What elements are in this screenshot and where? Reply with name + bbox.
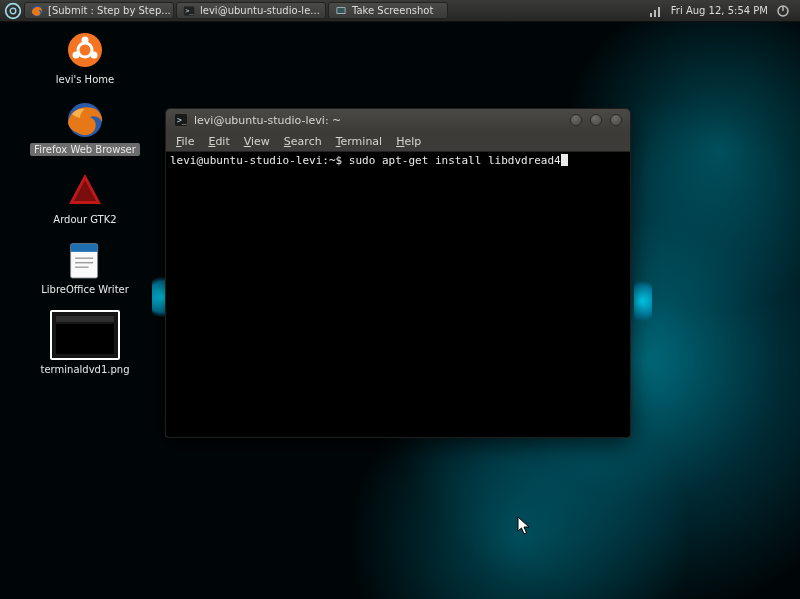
terminal-body[interactable]: levi@ubuntu-studio-levi:~$ sudo apt-get …: [166, 151, 630, 437]
panel-right: Fri Aug 12, 5:54 PM: [649, 4, 800, 18]
taskbar-item-label: Take Screenshot: [352, 5, 433, 16]
svg-rect-18: [71, 244, 98, 252]
desktop-icon-label: levi's Home: [53, 73, 117, 86]
main-menu-button[interactable]: [4, 2, 22, 20]
desktop-icon-label: LibreOffice Writer: [38, 283, 132, 296]
maximize-button[interactable]: [590, 114, 602, 126]
close-button[interactable]: [610, 114, 622, 126]
home-folder-icon: [65, 30, 105, 70]
desktop-icon-home[interactable]: levi's Home: [20, 30, 150, 86]
desktop-icon-label: Ardour GTK2: [50, 213, 119, 226]
taskbar-item-screenshot[interactable]: Take Screenshot: [328, 2, 448, 19]
svg-rect-6: [337, 8, 345, 13]
top-panel: [Submit : Step by Step... >_ levi@ubuntu…: [0, 0, 800, 22]
desktop-icon-writer[interactable]: LibreOffice Writer: [20, 240, 150, 296]
svg-point-1: [10, 8, 16, 14]
taskbar-item-terminal[interactable]: >_ levi@ubuntu-studio-le...: [176, 2, 326, 19]
panel-left: [Submit : Step by Step... >_ levi@ubuntu…: [0, 2, 649, 20]
window-titlebar[interactable]: >_ levi@ubuntu-studio-levi: ~: [166, 109, 630, 131]
terminal-command: sudo apt-get install libdvdread4: [349, 154, 561, 167]
menu-terminal[interactable]: Terminal: [336, 135, 383, 148]
menu-view[interactable]: View: [244, 135, 270, 148]
svg-text:>_: >_: [177, 116, 187, 125]
text-cursor: [561, 154, 568, 166]
image-thumbnail-icon: [50, 310, 120, 360]
terminal-icon: >_: [174, 113, 188, 127]
screenshot-icon: [335, 5, 347, 17]
desktop-icon-firefox[interactable]: Firefox Web Browser: [20, 100, 150, 156]
mouse-pointer-icon: [517, 516, 531, 536]
ardour-icon: [65, 170, 105, 210]
window-controls: [570, 114, 622, 126]
desktop-icon-ardour[interactable]: Ardour GTK2: [20, 170, 150, 226]
libreoffice-writer-icon: [65, 240, 105, 280]
menu-edit[interactable]: Edit: [208, 135, 229, 148]
desktop-icon-label: Firefox Web Browser: [30, 143, 140, 156]
window-title: levi@ubuntu-studio-levi: ~: [194, 114, 564, 127]
svg-point-0: [6, 3, 21, 18]
taskbar-item-browser[interactable]: [Submit : Step by Step...: [24, 2, 174, 19]
taskbar-item-label: levi@ubuntu-studio-le...: [200, 5, 320, 16]
desktop-icon-screenshot-file[interactable]: terminaldvd1.png: [20, 310, 150, 376]
shutdown-icon[interactable]: [776, 4, 790, 18]
desktop-icons: levi's Home Firefox Web Browser Ardour G…: [20, 30, 150, 376]
network-icon[interactable]: [649, 4, 663, 18]
menubar: File Edit View Search Terminal Help: [166, 131, 630, 151]
terminal-prompt: levi@ubuntu-studio-levi:~$: [170, 154, 349, 167]
dock-indicator-right: [634, 278, 652, 324]
clock[interactable]: Fri Aug 12, 5:54 PM: [671, 5, 768, 16]
menu-file[interactable]: File: [176, 135, 194, 148]
firefox-icon: [31, 5, 43, 17]
desktop-icon-label: terminaldvd1.png: [38, 363, 133, 376]
terminal-icon: >_: [183, 5, 195, 17]
firefox-icon: [65, 100, 105, 140]
taskbar-item-label: [Submit : Step by Step...: [48, 5, 171, 16]
terminal-window[interactable]: >_ levi@ubuntu-studio-levi: ~ File Edit …: [165, 108, 631, 438]
menu-help[interactable]: Help: [396, 135, 421, 148]
minimize-button[interactable]: [570, 114, 582, 126]
ubuntu-studio-logo-icon: [4, 2, 22, 20]
svg-text:>_: >_: [185, 7, 194, 15]
menu-search[interactable]: Search: [284, 135, 322, 148]
